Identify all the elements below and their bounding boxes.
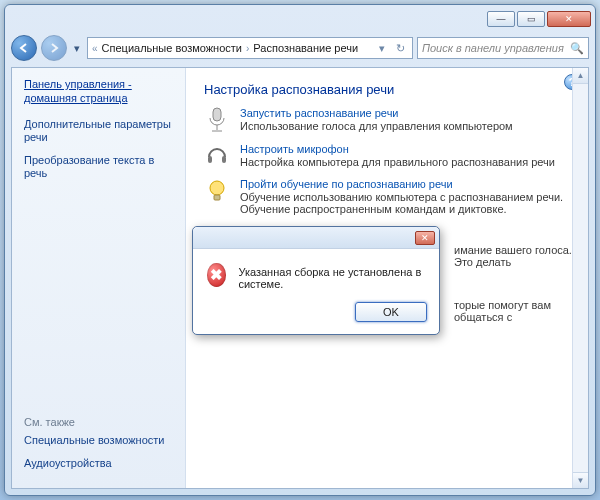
sidebar-spacer xyxy=(24,190,175,415)
headset-icon xyxy=(204,143,230,168)
svg-rect-6 xyxy=(214,195,220,200)
breadcrumb-root-icon: « xyxy=(92,43,98,54)
scroll-down-button[interactable]: ▼ xyxy=(573,472,588,488)
sidebar-link-advanced-speech[interactable]: Дополнительные параметры речи xyxy=(24,118,175,144)
task-link[interactable]: Настроить микрофон xyxy=(240,143,572,155)
svg-rect-4 xyxy=(222,156,226,163)
page-title: Настройка распознавания речи xyxy=(204,82,572,97)
sidebar: Панель управления - домашняя страница До… xyxy=(12,68,186,488)
nav-history-dropdown[interactable]: ▾ xyxy=(71,39,83,57)
window-titlebar: — ▭ ✕ xyxy=(5,5,595,33)
see-also-header: См. также xyxy=(24,416,175,428)
minimize-button[interactable]: — xyxy=(487,11,515,27)
microphone-icon xyxy=(204,107,230,133)
lightbulb-icon xyxy=(204,178,230,215)
address-dropdown[interactable]: ▾ xyxy=(374,42,390,55)
obscured-text-1: имание вашего голоса. Это делать xyxy=(454,244,588,268)
search-placeholder: Поиск в панели управления xyxy=(422,42,564,54)
error-icon: ✖ xyxy=(207,263,226,287)
task-tutorial: Пройти обучение по распознаванию речи Об… xyxy=(204,178,572,215)
scroll-up-button[interactable]: ▲ xyxy=(573,68,588,84)
nav-back-button[interactable] xyxy=(11,35,37,61)
task-start-recognition: Запустить распознавание речи Использован… xyxy=(204,107,572,133)
nav-forward-button[interactable] xyxy=(41,35,67,61)
see-also-audio-devices[interactable]: Аудиоустройства xyxy=(24,457,175,470)
breadcrumb-segment-1[interactable]: Специальные возможности xyxy=(102,42,242,54)
window-close-button[interactable]: ✕ xyxy=(547,11,591,27)
refresh-button[interactable]: ↻ xyxy=(392,42,408,55)
vertical-scrollbar[interactable]: ▲ ▼ xyxy=(572,68,588,488)
dialog-titlebar: ✕ xyxy=(193,227,439,249)
control-panel-home-link[interactable]: Панель управления - домашняя страница xyxy=(24,78,175,106)
search-input[interactable]: Поиск в панели управления 🔍 xyxy=(417,37,589,59)
dialog-button-row: OK xyxy=(193,296,439,334)
task-link[interactable]: Пройти обучение по распознаванию речи xyxy=(240,178,572,190)
error-dialog: ✕ ✖ Указанная сборка не установлена в си… xyxy=(192,226,440,335)
task-desc: Настройка компьютера для правильного рас… xyxy=(240,156,572,168)
dialog-body: ✖ Указанная сборка не установлена в сист… xyxy=(193,249,439,296)
breadcrumb-sep-icon: › xyxy=(246,43,249,54)
maximize-button[interactable]: ▭ xyxy=(517,11,545,27)
task-desc: Обучение использованию компьютера с расп… xyxy=(240,191,572,215)
breadcrumb-segment-2[interactable]: Распознавание речи xyxy=(253,42,358,54)
see-also-ease-of-access[interactable]: Специальные возможности xyxy=(24,434,175,447)
sidebar-link-tts[interactable]: Преобразование текста в речь xyxy=(24,154,175,180)
task-setup-microphone: Настроить микрофон Настройка компьютера … xyxy=(204,143,572,168)
obscured-text-2: торые помогут вам общаться с xyxy=(454,299,588,323)
svg-rect-0 xyxy=(213,108,221,121)
address-breadcrumb[interactable]: « Специальные возможности › Распознавани… xyxy=(87,37,413,59)
navigation-bar: ▾ « Специальные возможности › Распознава… xyxy=(11,33,589,63)
task-desc: Использование голоса для управления комп… xyxy=(240,120,572,132)
dialog-close-button[interactable]: ✕ xyxy=(415,231,435,245)
task-link[interactable]: Запустить распознавание речи xyxy=(240,107,572,119)
ok-button[interactable]: OK xyxy=(355,302,427,322)
dialog-message: Указанная сборка не установлена в систем… xyxy=(238,263,425,290)
svg-point-5 xyxy=(210,181,224,195)
search-icon: 🔍 xyxy=(570,42,584,55)
svg-rect-3 xyxy=(208,156,212,163)
